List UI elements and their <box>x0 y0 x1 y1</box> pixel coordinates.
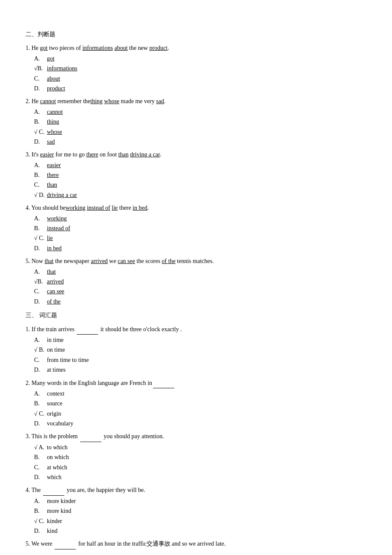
question-word: there <box>86 151 98 158</box>
option-text: at which <box>47 463 67 472</box>
option-2: B. source <box>34 399 366 408</box>
page-content: 二、判断题1. He got two pieces of information… <box>26 30 366 549</box>
option-2: B. thing <box>34 117 366 127</box>
option-label: B. <box>34 399 47 408</box>
option-label: B. <box>34 506 47 516</box>
option-label: √ C. <box>34 127 47 137</box>
question-word: on foot <box>98 151 118 158</box>
option-text: than <box>47 180 57 190</box>
option-3: √ C. whose <box>34 127 366 137</box>
option-label: C. <box>34 74 47 84</box>
option-label: C. <box>34 180 47 190</box>
option-text: arrived <box>47 277 64 286</box>
option-3: √ C. kinder <box>34 517 366 526</box>
option-4: D. which <box>34 473 366 482</box>
option-label: B. <box>34 224 47 233</box>
option-text: whose <box>47 127 62 137</box>
question-word: you should pay attention. <box>102 433 164 439</box>
question-word: for half an hour in the traffic交通事故 and … <box>77 541 225 547</box>
option-label: D. <box>34 473 47 482</box>
option-text: source <box>47 399 63 408</box>
question-word: He <box>32 98 40 104</box>
question-word: remember the <box>56 98 90 104</box>
option-text: in time <box>47 335 63 345</box>
question-3: 3. It's easier for me to go there on foo… <box>26 150 366 200</box>
section-section3: 三、 词汇题1. If the train arrives it should … <box>26 311 366 549</box>
option-text: that <box>47 267 56 277</box>
option-text: easier <box>47 161 61 170</box>
question-word: driving a car <box>130 151 160 158</box>
option-text: driving a car <box>47 191 77 200</box>
question-text: 4. You should beworking instead of lie t… <box>26 203 366 213</box>
option-label: √ A. <box>34 443 47 452</box>
option-text: which <box>47 473 61 482</box>
option-label: B. <box>34 117 47 127</box>
option-3: C. than <box>34 180 366 190</box>
blank <box>77 325 98 335</box>
question-word: whose <box>104 98 119 104</box>
option-text: product <box>47 84 65 93</box>
option-4: D. at times <box>34 365 366 375</box>
question-word: sad <box>156 98 164 104</box>
option-1: √ A. to which <box>34 443 366 452</box>
question-number: 4. <box>26 487 32 493</box>
option-4: D. sad <box>34 137 366 147</box>
option-3: C. about <box>34 74 366 84</box>
question-text: 3. It's easier for me to go there on foo… <box>26 150 366 159</box>
question-5: 5. We were for half an hour in the traff… <box>26 539 366 549</box>
option-label: D. <box>34 84 47 93</box>
section-title: 三、 词汇题 <box>26 311 366 320</box>
option-label: √ B. <box>34 345 47 355</box>
question-word: instead of <box>87 205 110 211</box>
question-word: the new <box>128 45 150 51</box>
question-word: easier <box>40 151 54 158</box>
option-4: D. product <box>34 84 366 93</box>
question-word: you are, the happier they will be. <box>65 487 145 493</box>
option-4: D. vocabulary <box>34 419 366 428</box>
question-word: . <box>147 205 149 211</box>
blank <box>153 379 174 388</box>
option-text: in bed <box>47 244 62 253</box>
option-3: √ C. lie <box>34 234 366 243</box>
question-word: Many words in the English language are F… <box>32 380 152 386</box>
option-text: vocabulary <box>47 419 73 428</box>
question-text: 5. We were for half an hour in the traff… <box>26 539 366 549</box>
option-label: D. <box>34 137 47 147</box>
option-label: A. <box>34 389 47 399</box>
question-number: 3. <box>26 151 32 158</box>
option-text: to which <box>47 443 68 452</box>
option-4: √ D. driving a car <box>34 191 366 200</box>
section-section2: 二、判断题1. He got two pieces of information… <box>26 30 366 306</box>
option-text: of the <box>47 297 61 306</box>
question-word: . <box>167 45 169 51</box>
question-text: 1. If the train arrives it should be thr… <box>26 325 366 335</box>
question-4: 4. You should beworking instead of lie t… <box>26 203 366 253</box>
option-text: there <box>47 171 59 180</box>
question-number: 5. <box>26 541 32 547</box>
question-word: it should be three o'clock exactly . <box>99 326 182 332</box>
question-number: 1. <box>26 45 32 51</box>
option-label: √B. <box>34 64 47 73</box>
question-word: product <box>149 45 167 51</box>
question-word: that <box>45 258 54 264</box>
option-label: B. <box>34 171 47 180</box>
option-label: C. <box>34 287 47 296</box>
blank <box>80 432 101 442</box>
option-label: D. <box>34 365 47 375</box>
option-1: A. in time <box>34 335 366 345</box>
question-number: 2. <box>26 380 32 386</box>
option-label: D. <box>34 297 47 306</box>
question-word: Now <box>32 258 45 264</box>
question-4: 4. The you are, the happier they will be… <box>26 486 366 536</box>
question-word: He <box>32 45 40 51</box>
option-label: D. <box>34 244 47 253</box>
option-2: B. there <box>34 171 366 180</box>
question-word: This is the problem <box>32 433 79 439</box>
section-title: 二、判断题 <box>26 30 366 39</box>
option-text: kind <box>47 526 58 536</box>
question-word: the newspaper <box>54 258 91 264</box>
option-text: on which <box>47 453 69 462</box>
question-2: 2. Many words in the English language ar… <box>26 379 366 429</box>
option-text: sad <box>47 137 55 147</box>
option-4: D. in bed <box>34 244 366 253</box>
